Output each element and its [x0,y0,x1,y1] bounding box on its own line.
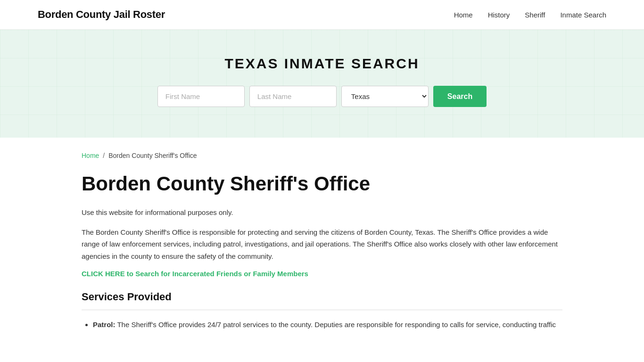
breadcrumb-current: Borden County Sheriff's Office [108,152,197,159]
search-button[interactable]: Search [433,86,487,107]
breadcrumb-home[interactable]: Home [82,152,99,159]
services-divider [82,310,562,310]
list-item: Patrol: The Sheriff's Office provides 24… [93,319,562,331]
inmate-search-form: TexasAlabamaAlaskaArizonaArkansasCalifor… [9,86,635,107]
nav-home[interactable]: Home [454,11,473,19]
state-select[interactable]: TexasAlabamaAlaskaArizonaArkansasCalifor… [341,86,429,107]
cta-link[interactable]: CLICK HERE to Search for Incarcerated Fr… [82,270,308,278]
breadcrumb: Home / Borden County Sheriff's Office [82,152,562,159]
nav-inmate-search[interactable]: Inmate Search [560,11,606,19]
main-nav: Home History Sheriff Inmate Search [454,11,606,19]
description-text: The Borden County Sheriff's Office is re… [82,226,562,263]
main-content: Home / Borden County Sheriff's Office Bo… [44,138,600,362]
hero-title: TEXAS INMATE SEARCH [9,56,635,72]
disclaimer-text: Use this website for informational purpo… [82,206,562,219]
hero-section: TEXAS INMATE SEARCH TexasAlabamaAlaskaAr… [0,30,644,138]
page-title: Borden County Sheriff's Office [82,173,562,195]
services-heading: Services Provided [82,291,562,303]
site-title: Borden County Jail Roster [38,8,165,21]
first-name-input[interactable] [157,86,245,107]
nav-history[interactable]: History [488,11,510,19]
last-name-input[interactable] [249,86,337,107]
nav-sheriff[interactable]: Sheriff [525,11,545,19]
services-list: Patrol: The Sheriff's Office provides 24… [82,319,562,331]
site-header: Borden County Jail Roster Home History S… [0,0,644,30]
breadcrumb-separator: / [103,152,105,159]
